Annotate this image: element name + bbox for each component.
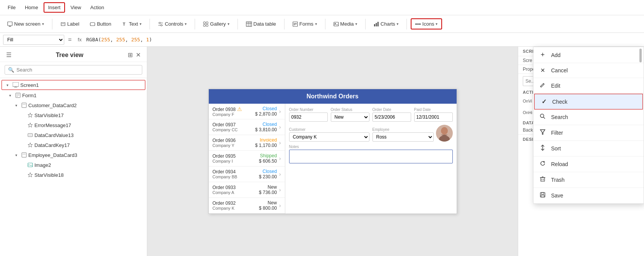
hamburger-icon[interactable]: ☰ xyxy=(6,51,11,59)
order-row-0937[interactable]: Order 0937 Company CC Closed $ 3,810.00 … xyxy=(209,119,285,135)
gallery-btn-label: Gallery xyxy=(210,21,226,27)
data-table-button[interactable]: Data table xyxy=(242,19,280,29)
icon-menu-check[interactable]: ✓ Check xyxy=(534,94,643,109)
icon-menu-filter[interactable]: Filter xyxy=(533,125,644,141)
order-row-0936[interactable]: Order 0936 Company Y Invoiced $ 1,170.00… xyxy=(209,135,285,151)
order-row-0935[interactable]: Order 0935 Company I Shipped $ 606.50 › xyxy=(209,151,285,166)
customer-employee-row: Customer Company K Employee Ross xyxy=(289,125,453,142)
icon-menu-trash[interactable]: Trash xyxy=(533,172,644,188)
order-date-label: Order Date xyxy=(372,108,411,112)
controls-icon xyxy=(158,21,163,27)
media-button[interactable]: Media ▾ xyxy=(329,19,361,29)
sidebar-title: Tree view xyxy=(56,52,83,59)
add-label: Add xyxy=(551,52,561,58)
tree-item-form1[interactable]: ▾ Form1 xyxy=(0,90,147,100)
order-date-field: Order Date xyxy=(372,108,411,122)
tree-item-employee-datacard3[interactable]: ▾ Employee_DataCard3 xyxy=(0,150,147,160)
icon-menu-search[interactable]: Search xyxy=(533,109,644,125)
dropdown-scrollbar-thumb[interactable] xyxy=(639,49,642,62)
tree-item-errormessage17[interactable]: ▾ ErrorMessage17 xyxy=(0,120,147,130)
sep3 xyxy=(195,19,195,29)
icon-menu-add[interactable]: + Add xyxy=(533,47,644,63)
label-button[interactable]: Label xyxy=(56,19,84,29)
filter-label: Filter xyxy=(551,130,563,136)
icons-chevron: ▾ xyxy=(436,22,437,26)
check-icon: ✓ xyxy=(540,98,548,105)
menu-action[interactable]: Action xyxy=(86,3,108,12)
search-icon: 🔍 xyxy=(8,67,14,73)
tree-item-datacardvalue13[interactable]: ▾ DataCardValue13 xyxy=(0,130,147,140)
data-table-btn-label: Data table xyxy=(254,21,276,27)
order-row-0934[interactable]: Order 0934 Company BB Closed $ 230.00 › xyxy=(209,166,285,182)
forms-button[interactable]: Forms ▾ xyxy=(288,19,321,29)
paid-date-input[interactable] xyxy=(414,113,453,122)
order-date-input[interactable] xyxy=(372,113,411,122)
employee-section: Employee Ross xyxy=(372,125,453,142)
text-button[interactable]: T Text ▾ xyxy=(118,19,146,29)
text-btn-label: Text xyxy=(129,21,138,27)
notes-textarea[interactable] xyxy=(289,150,453,163)
check-label: Check xyxy=(552,99,568,105)
order-row-0932[interactable]: Order 0932 Company K New $ 800.00 › xyxy=(209,198,285,214)
gallery-button[interactable]: Gallery ▾ xyxy=(199,19,233,29)
controls-button[interactable]: Controls ▾ xyxy=(154,19,191,29)
tree-item-datacardkey17[interactable]: ▾ DataCardKey17 xyxy=(0,140,147,150)
tree-item-customer-datacard2[interactable]: ▾ Customer_DataCard2 xyxy=(0,100,147,110)
employee-dc3-expand[interactable]: ▾ xyxy=(15,153,20,157)
row-chevron-0933: › xyxy=(279,187,281,193)
icon-menu-cancel[interactable]: ✕ Cancel xyxy=(533,63,644,78)
order-row-0938[interactable]: Order 0938 ⚠ Company F Closed $ 2,870.00… xyxy=(209,104,285,119)
svg-rect-43 xyxy=(22,153,26,157)
text-icon: T xyxy=(122,21,127,27)
customer-datacard2-expand[interactable]: ▾ xyxy=(15,103,20,108)
svg-rect-15 xyxy=(206,24,208,26)
menu-home[interactable]: Home xyxy=(21,3,42,12)
sep4 xyxy=(237,19,238,29)
svg-rect-26 xyxy=(374,24,375,26)
reload-label: Reload xyxy=(551,161,568,167)
icon-menu-sort[interactable]: Sort xyxy=(533,141,644,157)
menu-file[interactable]: File xyxy=(4,3,20,12)
tree-item-image2[interactable]: ▾ Image2 xyxy=(0,160,147,170)
text-chevron: ▾ xyxy=(140,22,141,26)
svg-point-30 xyxy=(415,23,417,25)
menu-insert[interactable]: Insert xyxy=(44,2,65,13)
star2-icon xyxy=(28,172,33,178)
button-btn-label: Button xyxy=(97,21,111,27)
data-table-icon xyxy=(246,21,252,27)
search-input[interactable] xyxy=(16,67,139,73)
charts-btn-label: Charts xyxy=(381,21,395,27)
tree-item-screen1[interactable]: ▾ Screen1 xyxy=(2,80,145,90)
tree-item-starvisible18[interactable]: ▾ StarVisible18 xyxy=(0,170,147,180)
save-label: Save xyxy=(551,192,563,199)
charts-button[interactable]: Charts ▾ xyxy=(369,19,403,29)
svg-text:T: T xyxy=(123,22,125,26)
order-number-input[interactable] xyxy=(289,113,328,122)
icons-dropdown: + Add ✕ Cancel Edit ✓ Check xyxy=(533,47,644,204)
layers-icon[interactable]: ⊞ xyxy=(128,51,133,59)
media-chevron: ▾ xyxy=(355,22,357,26)
button-icon xyxy=(90,21,95,27)
customer-select[interactable]: Company K xyxy=(289,132,369,142)
order-number-field: Order Number xyxy=(289,108,328,122)
star-icon xyxy=(28,113,33,118)
order-row-0933[interactable]: Order 0933 Company A New $ 736.00 › xyxy=(209,182,285,198)
new-screen-button[interactable]: New screen ▾ xyxy=(3,19,48,29)
screen1-expand-arrow[interactable]: ▾ xyxy=(7,83,11,87)
form1-expand-arrow[interactable]: ▾ xyxy=(9,93,14,98)
new-screen-label: New screen xyxy=(14,21,41,27)
button-button[interactable]: Button xyxy=(86,19,115,29)
edit-icon xyxy=(539,82,546,90)
icon-menu-save[interactable]: Save xyxy=(533,188,644,204)
tree-item-starvisible17[interactable]: ▾ StarVisible17 xyxy=(0,110,147,120)
icons-button[interactable]: Icons ▾ xyxy=(411,18,442,29)
close-sidebar-icon[interactable]: ✕ xyxy=(136,51,141,59)
employee-select[interactable]: Ross xyxy=(372,132,434,142)
menu-view[interactable]: View xyxy=(67,3,85,12)
order-status-select[interactable]: New Closed Invoiced Shipped xyxy=(331,113,369,122)
icon-menu-reload[interactable]: Reload xyxy=(533,157,644,172)
controls-btn-label: Controls xyxy=(165,21,183,27)
icon-menu-edit[interactable]: Edit xyxy=(533,78,644,94)
fill-dropdown[interactable]: Fill xyxy=(3,35,64,45)
svg-rect-13 xyxy=(206,22,208,24)
